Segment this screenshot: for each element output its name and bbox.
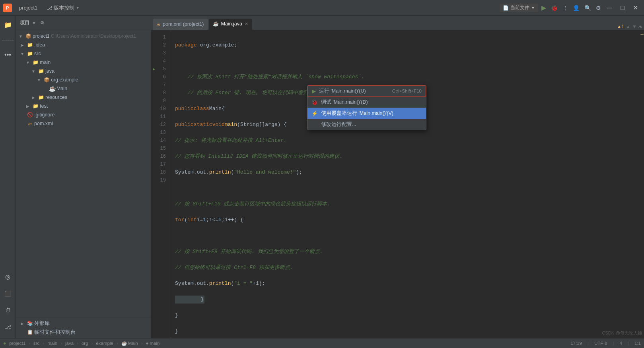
spacer	[41, 85, 48, 92]
line-num-19: 19	[151, 176, 170, 184]
package-icon: 📦	[43, 77, 50, 83]
tree-resources[interactable]: ▶ 📁 resources	[16, 93, 151, 102]
line-num-6: 6	[151, 73, 170, 81]
run-btn[interactable]: ▶	[540, 2, 548, 13]
tab-pom-xml[interactable]: 𝑚 pom.xml (project1)	[153, 19, 208, 30]
status-run-icon: ●	[3, 340, 6, 346]
debug-btn[interactable]: 🐞	[549, 3, 559, 13]
terminal-icon[interactable]: ⬛	[1, 286, 15, 301]
panel-cog: ⚙	[40, 20, 44, 25]
line-num-18: 18	[151, 168, 170, 176]
status-bar: ● project1 › src › main › java › org › e…	[0, 338, 644, 348]
scroll-down-arrow[interactable]: ▼	[632, 24, 637, 29]
bookmarks-icon[interactable]: ⋯⋯	[1, 33, 15, 47]
folder-toolbar-icon[interactable]: 📁	[1, 17, 15, 32]
line-num-10: 10	[151, 105, 170, 113]
minimize-btn[interactable]: ─	[604, 2, 615, 14]
temp-icon: 📋	[27, 329, 33, 335]
scroll-up-arrow[interactable]: ▲	[626, 24, 630, 29]
search-icon[interactable]: 🔍	[583, 3, 593, 13]
xml-icon: 𝑚	[27, 120, 33, 127]
bc-arrow-4: ›	[77, 341, 78, 346]
breadcrumb-main-class[interactable]: ☕ Main	[121, 340, 138, 346]
status-time: 17:19	[570, 341, 582, 346]
line-num-16: 16	[151, 153, 170, 160]
status-line-info[interactable]: 1:1	[634, 341, 641, 346]
account-icon[interactable]: 👤	[571, 3, 581, 13]
more-tools-icon[interactable]: •••	[1, 48, 15, 62]
vcs-menu[interactable]: ⎇ 版本控制 ▼	[45, 4, 82, 12]
tree-java[interactable]: ▼ 📁 java	[16, 67, 151, 75]
org-arrow: ▼	[36, 77, 42, 83]
status-linesep[interactable]: 4	[620, 341, 622, 346]
tree-idea[interactable]: ▶ 📁 .idea	[16, 41, 151, 49]
ctx-coverage-item[interactable]: ⚡ 使用覆盖率运行 'Main.main()'(V)	[307, 108, 426, 119]
src-folder-icon: 📁	[27, 50, 33, 57]
tree-test[interactable]: ▶ 📁 test	[16, 102, 151, 110]
tree-pom-xml[interactable]: 𝑚 pom.xml	[16, 119, 151, 128]
close-btn[interactable]: ✕	[630, 2, 641, 14]
line-num-17: 17	[151, 160, 170, 168]
ctx-debug-item[interactable]: 🐞 调试 'Main.main()'(D)	[307, 97, 426, 108]
java-arrow: ▼	[30, 68, 37, 74]
tree-org-example[interactable]: ▼ 📦 org.example	[16, 75, 151, 84]
breadcrumb-java[interactable]: java	[65, 341, 74, 346]
code-line-11: // 按 Shift+F10 或点击装订区域中的绿色箭头接钮以运行脚本.	[175, 200, 634, 208]
panel-header: 项目 ▼ ⚙	[16, 16, 151, 30]
expand-arrow: ▼	[18, 33, 24, 39]
current-file-btn[interactable]: 📄 当前文件 ▼	[500, 4, 538, 12]
ctx-config-item[interactable]: 修改运行配置...	[307, 119, 426, 130]
warning-scroll-marker[interactable]: ─	[640, 32, 644, 37]
tree-external-libs[interactable]: ▶ 📚 外部库	[16, 319, 151, 328]
tree-main[interactable]: ▼ 📁 main	[16, 58, 151, 67]
vcs-chevron: ▼	[76, 6, 80, 10]
status-sep-2: |	[613, 341, 614, 346]
more-btn[interactable]: ⋮	[561, 3, 570, 13]
panel-title: 项目	[20, 19, 29, 26]
settings-icon[interactable]: ⚙	[594, 3, 603, 13]
breadcrumb-example[interactable]: example	[96, 341, 113, 346]
breadcrumb-org[interactable]: org	[82, 341, 88, 346]
code-line-8: // 您将看到 IntelliJ IDEA 建议如何同时修正正运行对错误的建议.	[175, 153, 634, 160]
code-line-15: // 但您始终可以通过按 Ctrl+F8 添加更多断点.	[175, 264, 634, 272]
tree-main-java[interactable]: ☕ Main	[16, 84, 151, 93]
menu-project[interactable]: project1	[15, 3, 41, 12]
maximize-btn[interactable]: □	[617, 2, 628, 14]
java-folder-icon: 📁	[38, 68, 44, 74]
breadcrumb-src[interactable]: src	[33, 341, 39, 346]
breadcrumb-project[interactable]: project1	[9, 341, 25, 346]
editor-settings-icon[interactable]: 𝑚	[638, 23, 642, 30]
title-bar: P project1 ⎇ 版本控制 ▼ 📄 当前文件 ▼ ▶ 🐞 ⋮ 👤 🔍 ⚙…	[0, 0, 644, 16]
notifications-icon[interactable]: ◎	[1, 270, 15, 284]
tree-src[interactable]: ▼ 📁 src	[16, 49, 151, 58]
project-folder-icon: 📦	[25, 33, 31, 39]
breadcrumb-main-method[interactable]: ● main	[146, 341, 160, 346]
vcs-icon: ⎇	[47, 5, 53, 11]
run-gutter-arrow: ▶	[153, 67, 155, 72]
warning-indicator[interactable]: ▲1	[617, 24, 625, 29]
line-num-9: 9	[151, 97, 170, 105]
resources-folder-icon: 📁	[38, 94, 44, 101]
code-editor[interactable]: package org.example; // 按两次 Shift 打开"随处搜…	[170, 30, 639, 338]
ctx-run-item[interactable]: ▶ 运行 'Main.main()'(U) Ctrl+Shift+F10	[307, 85, 426, 97]
line-num-5: ▶5	[151, 65, 170, 73]
breadcrumb-main[interactable]: main	[47, 341, 57, 346]
tree-project-root[interactable]: ▼ 📦 project1 C:\Users\Administrator\Desk…	[16, 32, 151, 41]
editor-toolbar-right: ▲1 ▲ ▼ 𝑚	[617, 23, 642, 30]
git-icon[interactable]: ⎇	[1, 320, 15, 334]
status-encoding[interactable]: UTF-8	[594, 341, 607, 346]
tree-gitignore[interactable]: 🚫 .gitignore	[16, 110, 151, 119]
java-class-icon: ☕	[49, 85, 55, 92]
code-line-18: }	[175, 311, 634, 319]
project-tree: ▼ 📦 project1 C:\Users\Administrator\Desk…	[16, 30, 151, 317]
main-layout: 📁 ⋯⋯ ••• ◎ ⬛ ⏱ ⎇ 项目 ▼ ⚙ ▼ 📦 project1 C:\…	[0, 16, 644, 338]
line-numbers: 1 2 3 4 ▶5 6 7 8 9 10 11 12 13 14 15 16 …	[151, 30, 170, 338]
test-arrow: ▶	[25, 103, 31, 109]
bc-arrow-2: ›	[43, 341, 44, 346]
tab-close-btn[interactable]: ✕	[245, 21, 248, 27]
spacer4	[19, 329, 25, 335]
app-logo: P	[3, 4, 12, 12]
tab-main-java[interactable]: ☕ Main.java ✕	[209, 19, 253, 30]
services-icon[interactable]: ⏱	[1, 303, 15, 317]
tree-temp-files[interactable]: 📋 临时文件和控制台	[16, 328, 151, 336]
